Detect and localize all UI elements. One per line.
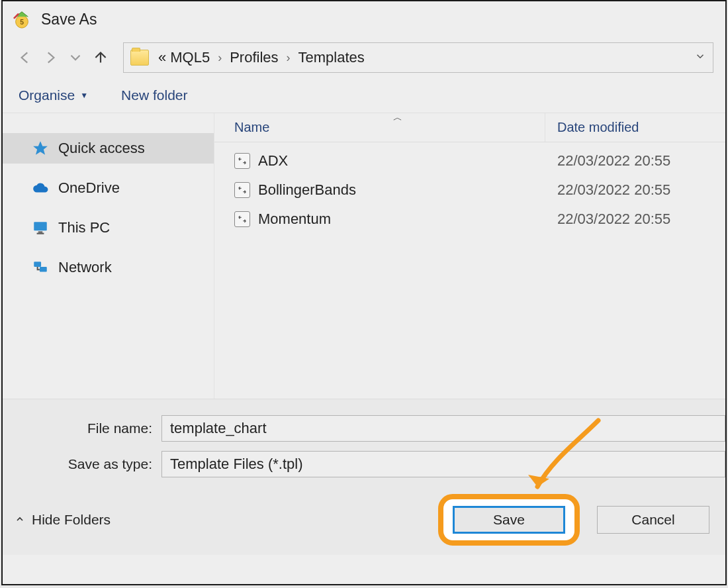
save-button[interactable]: Save — [453, 506, 565, 534]
column-headers: ︿ Name Date modified — [214, 113, 725, 142]
organise-label: Organise — [19, 87, 75, 103]
cancel-button[interactable]: Cancel — [597, 506, 709, 534]
cloud-icon — [32, 179, 49, 197]
chevron-right-icon: › — [283, 51, 295, 65]
file-pane: ︿ Name Date modified ADX 22/03/2022 20:5… — [214, 113, 725, 399]
back-button[interactable] — [15, 47, 36, 68]
chevron-up-icon — [15, 512, 25, 528]
sidebar-item-onedrive[interactable]: OneDrive — [3, 173, 214, 203]
file-date: 22/03/2022 20:55 — [545, 152, 725, 170]
hide-folders-toggle[interactable]: Hide Folders — [15, 512, 111, 528]
breadcrumb-item[interactable]: MQL5 — [170, 49, 210, 66]
star-icon — [32, 140, 49, 157]
action-buttons: Save Cancel — [438, 494, 709, 546]
template-file-icon — [234, 153, 250, 169]
recent-dropdown-icon[interactable] — [65, 47, 86, 68]
bottom-panel: File name: template_chart Save as type: … — [3, 399, 725, 555]
new-folder-button[interactable]: New folder — [121, 87, 187, 103]
column-date[interactable]: Date modified — [545, 113, 725, 142]
sidebar-item-quick-access[interactable]: Quick access — [3, 133, 214, 164]
svg-rect-3 — [38, 231, 43, 232]
folder-icon — [130, 50, 149, 66]
nav-row: « MQL5 › Profiles › Templates — [3, 37, 725, 78]
svg-rect-5 — [34, 262, 41, 267]
save-type-label: Save as type: — [3, 456, 161, 472]
address-dropdown-icon[interactable] — [694, 49, 706, 66]
file-name: Momentum — [258, 211, 331, 228]
toolbar: Organise ▼ New folder — [3, 78, 725, 113]
sidebar-item-network[interactable]: Network — [3, 252, 214, 283]
file-row[interactable]: ADX 22/03/2022 20:55 — [214, 146, 725, 175]
titlebar: 5 Save As — [3, 1, 725, 37]
nav-arrows — [15, 47, 111, 68]
file-list: ADX 22/03/2022 20:55 BollingerBands 22/0… — [214, 142, 725, 234]
file-row[interactable]: Momentum 22/03/2022 20:55 — [214, 205, 725, 234]
sidebar-item-label: Quick access — [58, 140, 145, 157]
save-type-row: Save as type: Template Files (*.tpl) — [3, 450, 725, 479]
file-date: 22/03/2022 20:55 — [545, 181, 725, 199]
file-name-input[interactable]: template_chart — [161, 415, 725, 442]
svg-text:5: 5 — [20, 19, 24, 26]
save-as-dialog: 5 Save As « MQL5 — [1, 0, 727, 585]
file-date: 22/03/2022 20:55 — [545, 211, 725, 228]
organise-menu[interactable]: Organise ▼ — [19, 87, 88, 103]
breadcrumb-item[interactable]: Profiles — [230, 49, 278, 66]
file-name-label: File name: — [3, 420, 161, 436]
save-type-select[interactable]: Template Files (*.tpl) — [161, 451, 725, 477]
address-bar[interactable]: « MQL5 › Profiles › Templates — [123, 42, 713, 73]
svg-rect-4 — [37, 233, 44, 234]
forward-button[interactable] — [40, 47, 61, 68]
file-name: BollingerBands — [258, 181, 356, 199]
up-button[interactable] — [90, 47, 111, 68]
file-name-row: File name: template_chart — [3, 414, 725, 443]
sidebar-item-label: This PC — [58, 219, 110, 236]
sort-indicator-icon: ︿ — [393, 112, 402, 124]
template-file-icon — [234, 182, 250, 198]
sidebar: Quick access OneDrive This PC Network — [3, 113, 214, 399]
main-area: Quick access OneDrive This PC Network — [3, 113, 725, 399]
file-name: ADX — [258, 152, 288, 170]
window-title: Save As — [41, 11, 97, 28]
annotation-highlight: Save — [438, 494, 580, 546]
sidebar-item-label: Network — [58, 259, 112, 276]
sidebar-item-this-pc[interactable]: This PC — [3, 213, 214, 243]
chevron-down-icon: ▼ — [80, 91, 88, 100]
file-row[interactable]: BollingerBands 22/03/2022 20:55 — [214, 175, 725, 205]
breadcrumb-item[interactable]: Templates — [298, 49, 365, 66]
network-icon — [32, 259, 49, 276]
sidebar-item-label: OneDrive — [58, 179, 120, 197]
svg-rect-2 — [34, 222, 47, 230]
hide-folders-label: Hide Folders — [32, 512, 111, 528]
monitor-icon — [32, 219, 49, 236]
breadcrumb-prefix: « — [158, 49, 166, 66]
column-name[interactable]: Name — [214, 113, 545, 142]
breadcrumb: « MQL5 › Profiles › Templates — [158, 49, 365, 66]
footer: Hide Folders Save Cancel — [3, 494, 725, 546]
app-icon: 5 — [12, 9, 32, 29]
chevron-right-icon: › — [214, 51, 226, 65]
svg-rect-6 — [40, 267, 47, 272]
template-file-icon — [234, 211, 250, 227]
